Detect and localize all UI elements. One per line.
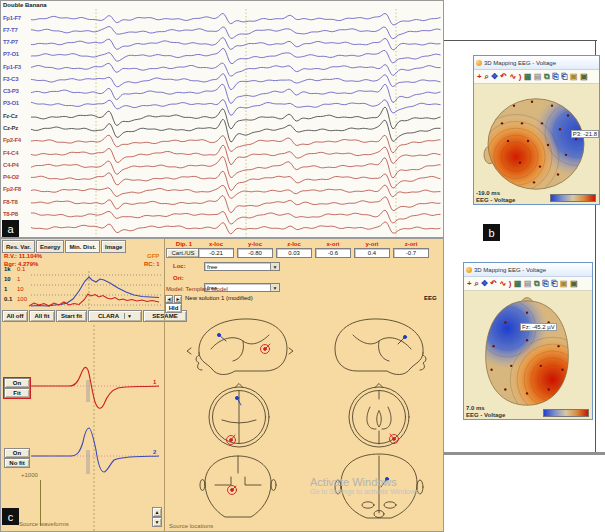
hold-button[interactable]: Hld: [165, 303, 182, 313]
rotate-left-icon[interactable]: ↶: [500, 72, 507, 81]
gfp-label: GFP: [147, 253, 159, 259]
next-solution-button[interactable]: ►: [174, 295, 182, 303]
red-dipole-marker[interactable]: [390, 434, 399, 444]
eeg-trace: [31, 63, 441, 76]
chevron-down-icon[interactable]: ▼: [270, 284, 279, 291]
figure-label-b: b: [483, 224, 500, 241]
loc-label: Loc:: [173, 263, 186, 269]
copy-icon[interactable]: ⎘: [542, 279, 548, 288]
red-dipole-marker[interactable]: [228, 486, 237, 495]
source-waveforms-caption: Source waveforms: [19, 521, 69, 527]
channel-label: F3-C3: [3, 76, 18, 82]
eeg-trace: [31, 38, 441, 50]
channel-label: C4-P4: [3, 162, 19, 168]
head-top-view-2: [349, 384, 409, 448]
channel-label: F7-T7: [3, 27, 18, 33]
zoom-icon[interactable]: ⌕: [484, 72, 488, 81]
grid-icon[interactable]: ▦: [514, 279, 522, 288]
source-2-on-button[interactable]: On: [4, 448, 30, 458]
dipole-y-ori-field[interactable]: 0.4: [354, 248, 390, 258]
dipole-col-x-ori: x-ori: [326, 241, 339, 247]
red-dipole-marker[interactable]: [227, 435, 236, 445]
layers-icon[interactable]: ⧉: [534, 279, 540, 288]
waveform-scroll-up-button[interactable]: ▲: [152, 507, 162, 517]
tab-image[interactable]: Image: [101, 240, 126, 253]
zoom-icon[interactable]: ⌕: [474, 279, 478, 288]
add-marker-icon[interactable]: +: [477, 72, 482, 81]
dipole-y-loc-field[interactable]: -0.80: [237, 248, 273, 258]
blue-dipole-marker[interactable]: [235, 396, 241, 405]
rv-axis-tick: 100: [17, 296, 27, 302]
layout-icon[interactable]: ▤: [534, 72, 542, 81]
map-window-titlebar[interactable]: 3D Mapping EEG - Voltage: [464, 263, 592, 277]
pan-icon[interactable]: ✥: [481, 279, 488, 288]
tab-res-var-[interactable]: Res. Var.: [2, 240, 35, 253]
rotate-right-icon[interactable]: ): [509, 279, 512, 288]
gfp-axis-tick: 10: [4, 276, 11, 282]
map-window-bottom: 3D Mapping EEG - Voltage +⌕✥↶∿)▦▤⧉⎘⎗▣▣: [463, 262, 593, 420]
frame-line-top: [444, 40, 597, 41]
grid-icon[interactable]: ▦: [524, 72, 532, 81]
tab-energy[interactable]: Energy: [36, 240, 64, 253]
map-window-title: 3D Mapping EEG - Voltage: [474, 267, 546, 273]
dipole-col-x-loc: x-loc: [209, 241, 223, 247]
coordinate-system-button[interactable]: Cart./US: [166, 248, 200, 258]
snapshot-icon[interactable]: ▣: [560, 279, 568, 288]
rv-axis-tick: 0.1: [17, 266, 25, 272]
pan-icon[interactable]: ✥: [491, 72, 498, 81]
map-view-top[interactable]: Fz: -45.2 µV 7.0 ms EEG - Voltage: [464, 291, 592, 419]
eeg-trace: [31, 84, 441, 103]
start-fit-button[interactable]: Start fit: [56, 310, 87, 322]
paste-icon[interactable]: ⎗: [551, 279, 557, 288]
tab-min-dist-[interactable]: Min. Dist.: [65, 240, 100, 253]
map-latency: 7.0 ms: [466, 405, 485, 411]
add-marker-icon[interactable]: +: [467, 279, 472, 288]
chevron-down-icon[interactable]: ▼: [270, 263, 279, 270]
electrode-value-label: Fz: -45.2 µV: [520, 323, 557, 331]
dipole-x-ori-field[interactable]: -0.6: [315, 248, 351, 258]
curve-icon[interactable]: ∿: [500, 279, 507, 288]
paste-icon[interactable]: ⎗: [561, 72, 567, 81]
all-off-button[interactable]: All off: [2, 310, 28, 322]
export-icon[interactable]: ▣: [570, 279, 578, 288]
watermark-line2: Go to Settings to activate Windows.: [310, 488, 421, 495]
waveform-scroll-down-button[interactable]: ▼: [152, 517, 162, 527]
all-fit-button[interactable]: All fit: [29, 310, 55, 322]
chevron-down-icon[interactable]: ▼: [124, 313, 132, 319]
clara-button[interactable]: CLARA▼: [88, 310, 142, 322]
channel-label: Fp2-F8: [3, 186, 21, 192]
map-view-lateral[interactable]: P3: -21.8 -19.0 ms EEG - Voltage: [474, 84, 599, 204]
source-1-on-button[interactable]: On: [4, 378, 30, 388]
layers-icon[interactable]: ⧉: [544, 72, 550, 81]
eeg-trace: [31, 14, 441, 26]
figure-label-c: c: [2, 508, 19, 525]
source-1-fit-button[interactable]: Fit: [4, 388, 30, 398]
dipole-z-loc-field[interactable]: 0.03: [276, 248, 312, 258]
solution-name: New solution 1 (modified): [185, 295, 253, 301]
eeg-traces-canvas[interactable]: [1, 1, 443, 237]
loc-dropdown[interactable]: free ▼: [204, 262, 280, 271]
eeg-trace: [31, 222, 441, 234]
dipole-z-ori-field[interactable]: -0.7: [393, 248, 429, 258]
curve-icon[interactable]: ∿: [510, 72, 517, 81]
map-window-titlebar[interactable]: 3D Mapping EEG - Voltage: [474, 56, 599, 70]
dipole-x-loc-field[interactable]: -0.21: [198, 248, 234, 258]
copy-icon[interactable]: ⎘: [552, 72, 558, 81]
channel-label: T8-P8: [3, 211, 18, 217]
rotate-left-icon[interactable]: ↶: [490, 279, 497, 288]
red-dipole-marker[interactable]: [261, 344, 271, 354]
map-toolbar: +⌕✥↶∿)▦▤⧉⎘⎗▣▣: [464, 277, 592, 291]
source-waveform-1: [31, 367, 159, 408]
channel-label: P3-O1: [3, 100, 19, 106]
source-2-index: 2: [153, 449, 156, 455]
previous-solution-button[interactable]: ◄: [165, 295, 173, 303]
source-2-nofit-button[interactable]: No fit: [4, 458, 30, 468]
app-icon: [476, 60, 482, 66]
snapshot-icon[interactable]: ▣: [570, 72, 578, 81]
rotate-right-icon[interactable]: ): [519, 72, 522, 81]
layout-icon[interactable]: ▤: [524, 279, 532, 288]
app-icon: [466, 267, 472, 273]
export-icon[interactable]: ▣: [580, 72, 588, 81]
amplitude-scale-bar: [40, 480, 41, 526]
dipole-col-z-ori: z-ori: [405, 241, 418, 247]
